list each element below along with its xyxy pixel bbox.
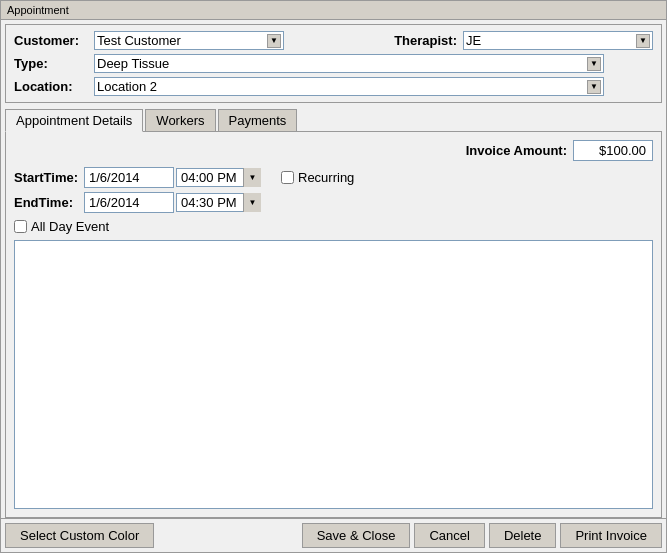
tab-workers[interactable]: Workers xyxy=(145,109,215,131)
print-invoice-button[interactable]: Print Invoice xyxy=(560,523,662,548)
recurring-checkbox-wrapper[interactable]: Recurring xyxy=(281,170,354,185)
invoice-amount-row: Invoice Amount: xyxy=(14,140,653,161)
window-title-text: Appointment xyxy=(7,4,69,16)
type-select-wrapper[interactable]: Deep Tissue ▼ xyxy=(94,54,604,73)
location-label: Location: xyxy=(14,79,94,94)
invoice-amount-label: Invoice Amount: xyxy=(466,143,567,158)
all-day-row: All Day Event xyxy=(14,219,653,234)
form-section: Customer: Test Customer ▼ Therapist: JE … xyxy=(5,24,662,103)
bottom-bar: Select Custom Color Save & Close Cancel … xyxy=(1,518,666,552)
recurring-checkbox[interactable] xyxy=(281,171,294,184)
type-label: Type: xyxy=(14,56,94,71)
location-select-wrapper[interactable]: Location 2 ▼ xyxy=(94,77,604,96)
tab-payments[interactable]: Payments xyxy=(218,109,298,131)
location-select[interactable]: Location 2 xyxy=(97,79,601,94)
start-time-label: StartTime: xyxy=(14,170,84,185)
end-time-label: EndTime: xyxy=(14,195,84,210)
customer-label: Customer: xyxy=(14,33,94,48)
all-day-checkbox-wrapper[interactable]: All Day Event xyxy=(14,219,109,234)
select-custom-color-button[interactable]: Select Custom Color xyxy=(5,523,154,548)
recurring-label: Recurring xyxy=(298,170,354,185)
all-day-label: All Day Event xyxy=(31,219,109,234)
end-date-input[interactable] xyxy=(84,192,174,213)
notes-textarea[interactable] xyxy=(14,240,653,509)
customer-select[interactable]: Test Customer xyxy=(97,33,281,48)
tabs-container: Appointment Details Workers Payments Inv… xyxy=(5,109,662,518)
tab-content-appointment-details: Invoice Amount: StartTime: 04:00 PM ▼ Re… xyxy=(5,131,662,518)
customer-select-wrapper[interactable]: Test Customer ▼ xyxy=(94,31,284,50)
end-time-row: EndTime: 04:30 PM ▼ xyxy=(14,192,653,213)
therapist-select[interactable]: JE xyxy=(466,33,650,48)
location-row: Location: Location 2 ▼ xyxy=(14,77,653,96)
all-day-checkbox[interactable] xyxy=(14,220,27,233)
therapist-label: Therapist: xyxy=(383,33,463,48)
type-row: Type: Deep Tissue ▼ xyxy=(14,54,653,73)
end-time-select-wrapper[interactable]: 04:30 PM ▼ xyxy=(176,193,261,212)
therapist-select-wrapper[interactable]: JE ▼ xyxy=(463,31,653,50)
start-date-input[interactable] xyxy=(84,167,174,188)
save-close-button[interactable]: Save & Close xyxy=(302,523,411,548)
start-time-select-wrapper[interactable]: 04:00 PM ▼ xyxy=(176,168,261,187)
end-time-select[interactable]: 04:30 PM xyxy=(176,193,261,212)
tab-appointment-details[interactable]: Appointment Details xyxy=(5,109,143,132)
window-title-bar: Appointment xyxy=(1,1,666,20)
start-time-row: StartTime: 04:00 PM ▼ Recurring xyxy=(14,167,653,188)
invoice-amount-input[interactable] xyxy=(573,140,653,161)
delete-button[interactable]: Delete xyxy=(489,523,557,548)
recurring-wrapper: Recurring xyxy=(281,170,354,185)
appointment-window: Appointment Customer: Test Customer ▼ Th… xyxy=(0,0,667,553)
customer-therapist-row: Customer: Test Customer ▼ Therapist: JE … xyxy=(14,31,653,50)
tab-bar: Appointment Details Workers Payments xyxy=(5,109,662,131)
start-time-select[interactable]: 04:00 PM xyxy=(176,168,261,187)
type-select[interactable]: Deep Tissue xyxy=(97,56,601,71)
cancel-button[interactable]: Cancel xyxy=(414,523,484,548)
